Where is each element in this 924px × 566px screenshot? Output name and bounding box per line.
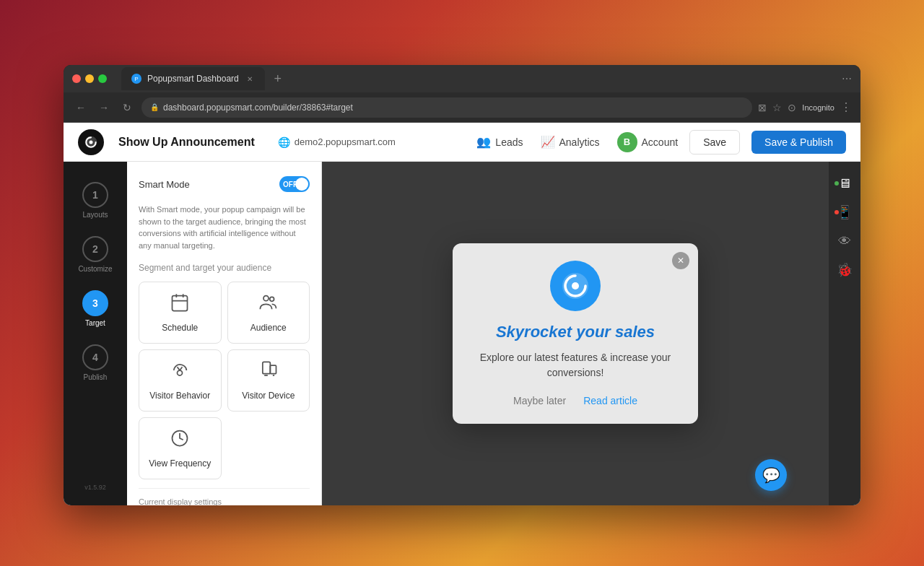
svg-point-9 (178, 370, 183, 375)
analytics-nav-item[interactable]: 📈 Analytics (541, 135, 600, 149)
step-3-circle: 3 (82, 290, 108, 316)
visitor-behavior-card[interactable]: Visitor Behavior (139, 349, 222, 412)
desktop-device-button[interactable]: 🖥 (832, 170, 858, 196)
audience-icon (258, 292, 279, 317)
schedule-icon (170, 292, 190, 317)
svg-rect-10 (263, 362, 271, 373)
tab-bar: P Popupsmart Dashboard ✕ + (121, 67, 836, 90)
close-button[interactable] (72, 74, 81, 83)
step-2-circle: 2 (82, 236, 108, 262)
preview-area: ✕ Skyrocket your sales Explore our lates… (322, 162, 829, 505)
step-4-item[interactable]: 4 Publish (64, 339, 127, 387)
step-3-item[interactable]: 3 Target (64, 284, 127, 333)
toggle-knob (295, 178, 308, 191)
browser-titlebar: P Popupsmart Dashboard ✕ + ⋯ (64, 65, 860, 92)
minimize-button[interactable] (85, 74, 94, 83)
incognito-label: Incognito (802, 103, 834, 112)
account-label: Account (642, 136, 679, 148)
popup-body: Explore our latest features & increase y… (470, 350, 681, 380)
read-article-button[interactable]: Read article (583, 395, 637, 406)
mobile-icon: 📱 (837, 204, 853, 220)
app-header: Show Up Announcement 🌐 demo2.popupsmart.… (64, 123, 860, 162)
window-menu-icon[interactable]: ⋯ (842, 73, 852, 84)
back-button[interactable]: ← (72, 99, 90, 116)
popup-logo (550, 261, 601, 311)
fullscreen-button[interactable] (98, 74, 107, 83)
address-bar[interactable]: 🔒 dashboard.popupsmart.com/builder/38863… (141, 97, 752, 118)
mobile-dot (834, 210, 839, 214)
visitor-device-icon (258, 360, 279, 385)
current-settings: Current display settings (139, 488, 310, 505)
segment-title: Segment and target your audience (139, 263, 310, 273)
tab-title: Popupsmart Dashboard (147, 74, 239, 84)
profile-icon[interactable]: ⊙ (788, 102, 796, 113)
campaign-url-text: demo2.popupsmart.com (295, 136, 396, 147)
step-1-label: Layouts (82, 211, 108, 219)
popup-close-button[interactable]: ✕ (672, 252, 689, 269)
version-text: v1.5.92 (84, 484, 106, 491)
tab-close-icon[interactable]: ✕ (245, 74, 255, 84)
svg-point-7 (263, 296, 269, 301)
visitor-behavior-icon (170, 360, 190, 385)
campaign-name: Show Up Announcement (118, 136, 255, 149)
step-2-item[interactable]: 2 Customize (64, 230, 127, 279)
view-frequency-label: View Frequency (149, 458, 211, 469)
leads-nav-item[interactable]: 👥 Leads (476, 135, 523, 149)
browser-window: P Popupsmart Dashboard ✕ + ⋯ ← → ↻ 🔒 das… (64, 65, 860, 505)
tab-favicon: P (131, 74, 141, 84)
forward-button[interactable]: → (95, 99, 113, 116)
campaign-url: 🌐 demo2.popupsmart.com (278, 136, 396, 148)
options-grid-2: Visitor Behavior Vis (139, 349, 310, 412)
svg-rect-12 (270, 365, 276, 374)
chat-button[interactable]: 💬 (755, 459, 787, 491)
right-sidebar: 🖥 📱 👁 🐞 (829, 162, 860, 505)
visitor-behavior-label: Visitor Behavior (149, 391, 210, 401)
toggle-track: OFF (279, 176, 310, 192)
reload-button[interactable]: ↻ (118, 99, 136, 116)
leads-label: Leads (495, 136, 523, 148)
schedule-card[interactable]: Schedule (139, 282, 222, 344)
popup-preview: ✕ Skyrocket your sales Explore our lates… (453, 243, 698, 424)
active-tab[interactable]: P Popupsmart Dashboard ✕ (121, 67, 265, 90)
schedule-label: Schedule (162, 323, 198, 333)
svg-point-8 (270, 297, 274, 301)
debug-button[interactable]: 🐞 (832, 257, 858, 283)
step-1-item[interactable]: 1 Layouts (64, 176, 127, 225)
account-nav-item[interactable]: B Account (617, 132, 679, 152)
new-tab-button[interactable]: + (268, 69, 288, 89)
step-1-circle: 1 (82, 182, 108, 208)
app-container: Show Up Announcement 🌐 demo2.popupsmart.… (64, 123, 860, 505)
save-publish-button[interactable]: Save & Publish (751, 131, 846, 154)
app-main: 1 Layouts 2 Customize 3 Target (64, 162, 860, 505)
mobile-device-button[interactable]: 📱 (832, 199, 858, 225)
svg-point-16 (572, 282, 579, 289)
save-button[interactable]: Save (689, 130, 740, 154)
target-panel: Smart Mode OFF With Smart mode, your pop… (127, 162, 322, 505)
visitor-device-label: Visitor Device (242, 391, 295, 401)
bug-icon: 🐞 (837, 262, 853, 278)
maybe-later-button[interactable]: Maybe later (513, 395, 566, 406)
bookmark-icon[interactable]: ☆ (772, 102, 782, 113)
header-nav: 👥 Leads 📈 Analytics B Account (476, 132, 678, 152)
browser-toolbar: ← → ↻ 🔒 dashboard.popupsmart.com/builder… (64, 92, 860, 123)
globe-icon: 🌐 (278, 136, 290, 148)
app-logo (78, 129, 104, 155)
preview-button[interactable]: 👁 (832, 228, 858, 254)
view-frequency-card[interactable]: View Frequency (139, 417, 222, 479)
audience-card[interactable]: Audience (227, 282, 310, 344)
analytics-label: Analytics (559, 136, 600, 148)
account-avatar: B (617, 132, 637, 152)
traffic-lights (72, 74, 107, 83)
panel-inner: Smart Mode OFF With Smart mode, your pop… (127, 162, 321, 505)
smart-mode-label: Smart Mode (139, 179, 190, 190)
popup-actions: Maybe later Read article (470, 395, 681, 406)
step-3-label: Target (85, 319, 105, 327)
visitor-device-card[interactable]: Visitor Device (227, 349, 310, 412)
smart-mode-toggle[interactable]: OFF (279, 176, 310, 192)
browser-menu-icons: ⊠ ☆ ⊙ Incognito ⋮ (758, 100, 852, 114)
popup-title: Skyrocket your sales (470, 323, 681, 341)
address-text: dashboard.popupsmart.com/builder/38863#t… (163, 103, 353, 113)
browser-menu-button[interactable]: ⋮ (840, 100, 852, 114)
cast-icon[interactable]: ⊠ (758, 102, 767, 113)
smart-mode-row: Smart Mode OFF (139, 176, 310, 192)
